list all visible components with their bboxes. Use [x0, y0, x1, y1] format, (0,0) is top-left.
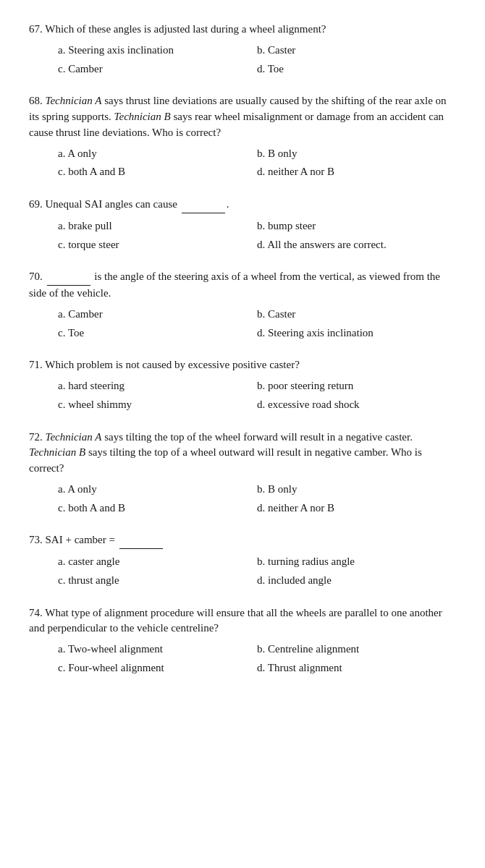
answer-72b: b. B only: [257, 481, 456, 498]
answer-69d: d. All the answers are correct.: [257, 237, 456, 254]
answer-72d: d. neither A nor B: [257, 500, 456, 517]
answers-73: a. caster angle b. turning radius angle …: [58, 553, 456, 590]
blank-73: [119, 532, 163, 549]
blank-69: [182, 197, 225, 213]
answers-68: a. A only b. B only c. both A and B d. n…: [58, 145, 456, 182]
question-text-67: 67. Which of these angles is adjusted la…: [29, 22, 456, 38]
answers-67: a. Steering axis inclination b. Caster c…: [58, 42, 456, 78]
answer-73b: b. turning radius angle: [257, 553, 456, 571]
question-text-70: 70. is the angle of the steering axis of…: [29, 269, 456, 302]
answers-70: a. Camber b. Caster c. Toe d. Steering a…: [58, 306, 456, 342]
question-70: 70. is the angle of the steering axis of…: [29, 269, 456, 341]
answer-72a: a. A only: [58, 481, 257, 498]
question-72: 72. Technician A says tilting the top of…: [29, 430, 456, 517]
answer-71d: d. excessive road shock: [257, 396, 456, 414]
answer-72c: c. both A and B: [58, 500, 257, 517]
question-text-69: 69. Unequal SAI angles can cause .: [29, 197, 456, 213]
answer-68b: b. B only: [257, 145, 456, 163]
answer-70c: c. Toe: [58, 325, 257, 342]
question-body-67: Which of these angles is adjusted last d…: [45, 23, 326, 35]
answer-69c: c. torque steer: [58, 237, 257, 254]
answer-70d: d. Steering axis inclination: [257, 325, 456, 342]
answer-67b: b. Caster: [257, 42, 456, 59]
tech-a-72: Technician A: [46, 431, 102, 443]
answer-69a: a. brake pull: [58, 218, 257, 235]
tech-a-68: Technician A: [46, 95, 102, 106]
answer-67d: d. Toe: [257, 61, 456, 78]
question-number-73: 73.: [29, 534, 46, 545]
question-text-68: 68. Technician A says thrust line deviat…: [29, 93, 456, 140]
question-number-69: 69.: [29, 198, 46, 210]
question-69: 69. Unequal SAI angles can cause . a. br…: [29, 197, 456, 253]
answer-71c: c. wheel shimmy: [58, 396, 257, 414]
question-body-74: What type of alignment procedure will en…: [29, 607, 442, 634]
question-number-70: 70.: [29, 271, 46, 282]
answer-67c: c. Camber: [58, 61, 257, 78]
question-number-74: 74.: [29, 607, 45, 618]
answer-70a: a. Camber: [58, 306, 257, 323]
question-74: 74. What type of alignment procedure wil…: [29, 605, 456, 677]
question-body-70: is the angle of the steering axis of a w…: [29, 271, 440, 299]
answer-74b: b. Centreline alignment: [257, 641, 456, 658]
answer-70b: b. Caster: [257, 306, 456, 323]
answers-69: a. brake pull b. bump steer c. torque st…: [58, 218, 456, 254]
answer-68d: d. neither A nor B: [257, 163, 456, 181]
question-text-73: 73. SAI + camber =: [29, 532, 456, 549]
question-68: 68. Technician A says thrust line deviat…: [29, 93, 456, 181]
answer-71a: a. hard steering: [58, 378, 257, 395]
question-body-71: Which problem is not caused by excessive…: [45, 359, 300, 370]
answers-71: a. hard steering b. poor steering return…: [58, 378, 456, 414]
answer-74c: c. Four-wheel alignment: [58, 660, 257, 677]
question-text-74: 74. What type of alignment procedure wil…: [29, 605, 456, 637]
answer-73c: c. thrust angle: [58, 572, 257, 590]
answer-71b: b. poor steering return: [257, 378, 456, 395]
tech-b-68: Technician B: [114, 111, 171, 122]
answers-72: a. A only b. B only c. both A and B d. n…: [58, 481, 456, 517]
question-number-68: 68.: [29, 95, 46, 106]
question-body-69: Unequal SAI angles can cause .: [46, 198, 229, 210]
question-number-67: 67.: [29, 23, 45, 35]
answer-68a: a. A only: [58, 145, 257, 163]
question-73: 73. SAI + camber = a. caster angle b. tu…: [29, 532, 456, 589]
question-text-72: 72. Technician A says tilting the top of…: [29, 430, 456, 477]
question-text-71: 71. Which problem is not caused by exces…: [29, 357, 456, 373]
question-body-72a: says tilting the top of the wheel forwar…: [101, 431, 412, 443]
tech-b-72: Technician B: [29, 446, 85, 458]
question-number-72: 72.: [29, 431, 46, 443]
question-67: 67. Which of these angles is adjusted la…: [29, 22, 456, 77]
answer-68c: c. both A and B: [58, 163, 257, 181]
question-body-72b: says tilting the top of a wheel outward …: [29, 446, 422, 474]
answer-73a: a. caster angle: [58, 553, 257, 571]
question-body-73: SAI + camber =: [46, 534, 164, 545]
answer-74a: a. Two-wheel alignment: [58, 641, 257, 658]
answer-74d: d. Thrust alignment: [257, 660, 456, 677]
answer-69b: b. bump steer: [257, 218, 456, 235]
answer-73d: d. included angle: [257, 572, 456, 590]
answers-74: a. Two-wheel alignment b. Centreline ali…: [58, 641, 456, 677]
blank-70: [47, 269, 90, 286]
question-71: 71. Which problem is not caused by exces…: [29, 357, 456, 413]
answer-67a: a. Steering axis inclination: [58, 42, 257, 59]
question-number-71: 71.: [29, 359, 45, 370]
